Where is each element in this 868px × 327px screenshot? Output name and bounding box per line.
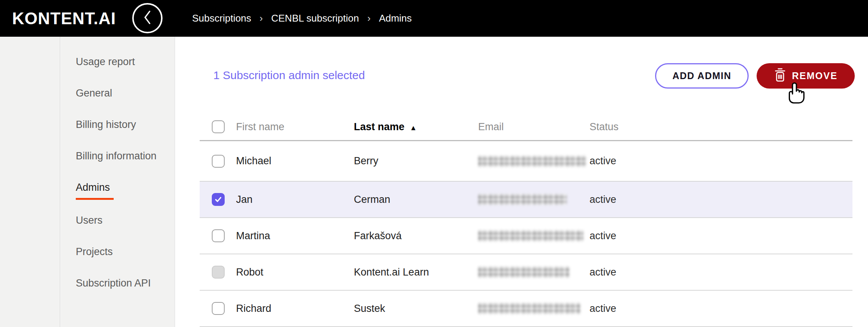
first-name-cell: Richard — [236, 303, 354, 315]
table-header-row: First name Last name▲ Email Status — [200, 114, 852, 141]
sidebar-item-billing-information[interactable]: Billing information — [76, 149, 163, 163]
collapse-sidebar-button[interactable] — [132, 3, 163, 33]
status-cell: active — [590, 303, 852, 315]
breadcrumb-item-admins[interactable]: Admins — [379, 12, 412, 24]
first-name-cell: Jan — [236, 194, 354, 206]
sidebar-item-usage-report[interactable]: Usage report — [76, 55, 163, 69]
table-row[interactable]: Martina Farkašová active — [200, 218, 852, 254]
sidebar-item-admins[interactable]: Admins — [76, 181, 163, 200]
last-name-cell: Berry — [354, 155, 478, 167]
table-row[interactable]: Robot Kontent.ai Learn active — [200, 254, 852, 291]
status-cell: active — [590, 194, 852, 206]
breadcrumb: Subscriptions › CENBL subscription › Adm… — [192, 0, 412, 37]
email-redacted — [478, 303, 580, 314]
admins-table: First name Last name▲ Email Status Micha… — [200, 114, 852, 327]
email-redacted — [478, 194, 567, 205]
last-name-cell: Kontent.ai Learn — [354, 266, 478, 278]
sidebar-item-projects[interactable]: Projects — [76, 245, 163, 259]
column-header-email[interactable]: Email — [478, 121, 590, 133]
kontent-logo: KONTENT.AI — [12, 0, 116, 37]
status-cell: active — [590, 155, 852, 167]
column-header-status[interactable]: Status — [590, 121, 852, 133]
email-cell — [478, 156, 590, 167]
status-cell: active — [590, 266, 852, 278]
email-cell — [478, 194, 590, 205]
first-name-cell: Michael — [236, 155, 354, 167]
first-name-cell: Martina — [236, 230, 354, 242]
table-row[interactable]: Jan Cerman active — [200, 182, 852, 218]
email-redacted — [478, 266, 569, 278]
email-redacted — [478, 156, 586, 167]
admins-content: 1 Subscription admin selected ADD ADMIN … — [175, 37, 868, 327]
trash-icon — [774, 68, 787, 84]
sidebar-item-users[interactable]: Users — [76, 213, 163, 227]
collapsed-left-rail — [0, 37, 60, 327]
column-header-last-name[interactable]: Last name▲ — [354, 121, 478, 133]
row-checkbox[interactable] — [212, 229, 225, 242]
row-checkbox[interactable] — [212, 266, 225, 279]
email-cell — [478, 266, 590, 278]
first-name-cell: Robot — [236, 266, 354, 278]
breadcrumb-item-subscriptions[interactable]: Subscriptions — [192, 12, 251, 24]
selection-count-text: 1 Subscription admin selected — [213, 69, 365, 82]
status-cell: active — [590, 230, 852, 242]
chevron-left-icon — [141, 9, 154, 27]
subscription-admins-page: KONTENT.AI Subscriptions › CENBL subscri… — [0, 0, 868, 327]
column-header-first-name[interactable]: First name — [236, 121, 354, 133]
breadcrumb-separator-icon: › — [367, 12, 371, 24]
email-cell — [478, 303, 590, 314]
table-row[interactable]: Michael Berry active — [200, 141, 852, 182]
email-redacted — [478, 230, 583, 241]
subscription-sidebar: Usage report General Billing history Bil… — [61, 37, 175, 327]
top-navigation-bar: KONTENT.AI Subscriptions › CENBL subscri… — [0, 0, 868, 37]
last-name-cell: Cerman — [354, 194, 478, 206]
email-cell — [478, 230, 590, 241]
table-row[interactable]: Richard Sustek active — [200, 291, 852, 327]
sort-ascending-icon: ▲ — [410, 124, 417, 132]
breadcrumb-item-subscription[interactable]: CENBL subscription — [271, 12, 359, 24]
sidebar-item-billing-history[interactable]: Billing history — [76, 118, 163, 132]
breadcrumb-separator-icon: › — [260, 12, 263, 24]
active-tab-underline — [76, 198, 114, 200]
remove-button[interactable]: REMOVE — [757, 63, 855, 89]
select-all-checkbox[interactable] — [212, 120, 225, 133]
row-checkbox[interactable] — [212, 302, 225, 315]
row-checkbox[interactable] — [212, 155, 225, 168]
sidebar-item-general[interactable]: General — [76, 86, 163, 100]
last-name-cell: Farkašová — [354, 230, 478, 242]
add-admin-button[interactable]: ADD ADMIN — [655, 63, 749, 89]
sidebar-item-subscription-api[interactable]: Subscription API — [76, 276, 163, 290]
last-name-cell: Sustek — [354, 303, 478, 315]
row-checkbox[interactable] — [212, 193, 225, 206]
